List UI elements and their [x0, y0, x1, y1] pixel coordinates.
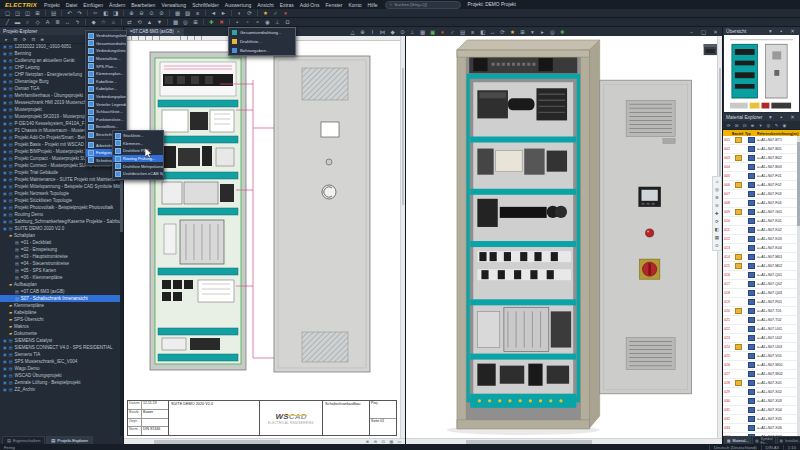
menu-einfgen[interactable]: Einfügen	[83, 2, 103, 8]
material-row[interactable]: 026=+A1+S07-W01	[723, 361, 797, 370]
material-row[interactable]: 022=+A1+S07-U01	[723, 325, 797, 334]
swap[interactable]: ⇄	[125, 18, 134, 26]
circle-dot-tool[interactable]: ⊙	[398, 28, 407, 36]
home-view-icon[interactable]: ⌂	[714, 178, 721, 185]
dimension[interactable]: ↔	[63, 18, 72, 26]
tree-item[interactable]: ▰SPS-Übersicht	[0, 316, 120, 323]
add-point[interactable]: ⊕	[358, 28, 367, 36]
material-row[interactable]: 005=+A1+S07-F01	[723, 172, 797, 181]
tree-item[interactable]: ▣▤Wago Demo	[0, 365, 120, 372]
tree-item[interactable]: ▣▤Zentrale Lüftung - Beispielprojekt	[0, 379, 120, 386]
material-row[interactable]: 009=+A1+S07-G01	[723, 208, 797, 217]
submenu-item[interactable]: Drahtliste Mehrpolansicht...	[113, 162, 163, 170]
bookmark[interactable]: ★	[508, 28, 517, 36]
overview-thumbnail[interactable]	[724, 35, 799, 112]
ground-symbol[interactable]: ⊥	[273, 18, 282, 26]
menu-extras[interactable]: Extras	[280, 2, 294, 8]
material-row[interactable]: 018=+A1+S07-Q03	[723, 289, 797, 298]
zoom-out-icon[interactable]: ⊖	[714, 202, 721, 209]
dropdown-item[interactable]: Gesamtverdrahtung...	[229, 28, 295, 37]
panel-layout[interactable]: ▦	[418, 28, 427, 36]
material-row[interactable]: 004=+A1+S07-B03	[723, 163, 797, 172]
material-row[interactable]: 003=+A1+S07-B02	[723, 154, 797, 163]
material-row[interactable]: 029=+A1+S07-X02	[723, 388, 797, 397]
tree-item[interactable]: ▣▤SIEMENS Catalyst	[0, 337, 120, 344]
panel-menu-icon[interactable]: ▾	[766, 27, 775, 35]
module-check[interactable]: ▣	[428, 28, 437, 36]
align-bottom[interactable]: ▼	[155, 18, 164, 26]
rotate-icon[interactable]: ⟳	[714, 218, 721, 225]
menu-schriftfelder[interactable]: Schriftfelder	[192, 2, 219, 8]
material-row[interactable]: 007=+A1+S07-F03	[723, 190, 797, 199]
tree-item[interactable]: ▤=03 - Hauptstromkreise	[0, 253, 120, 260]
report-list[interactable]: ▤	[458, 28, 467, 36]
fill-style[interactable]: ▪	[233, 18, 242, 26]
hatch[interactable]: ▩	[171, 18, 180, 26]
context-menu-item[interactable]: Gesamtverdrahtung...	[86, 40, 126, 48]
material-row[interactable]: 032=+A1+S07-X05	[723, 415, 797, 424]
measure[interactable]: ↔	[488, 28, 497, 36]
diamond-tool[interactable]: ◆	[388, 28, 397, 36]
tree-item[interactable]: ▣▤Projekt Photovoltaik - Beispielprojekt…	[0, 204, 120, 211]
close-icon[interactable]: ✕	[788, 113, 797, 121]
material-row[interactable]: 014=+A1+S07-M01	[723, 253, 797, 262]
context-menu-item[interactable]: Funktionsliste...	[86, 116, 126, 124]
zoom-fit[interactable]: ⊙	[147, 9, 156, 17]
tree-item[interactable]: ▣▤Projekt Trial Gebäude	[0, 169, 120, 176]
material-row[interactable]: 017=+A1+S07-Q02	[723, 280, 797, 289]
material-row[interactable]: 021=+A1+S07-T02	[723, 316, 797, 325]
context-menu-item[interactable]: Schlauchliste...	[86, 108, 126, 116]
beam-tool[interactable]: I	[368, 28, 377, 36]
menu-verwaltung[interactable]: Verwaltung	[161, 2, 186, 8]
submenu-item[interactable]: Drahtbrücken eCAB System...	[113, 170, 163, 178]
insert-table[interactable]: ≣	[53, 18, 62, 26]
tree-item[interactable]: ▰Dokumente	[0, 330, 120, 337]
align-top[interactable]: ▲	[145, 18, 154, 26]
dock-tab-symbolex[interactable]: ▤Symbol Ex...	[752, 436, 775, 444]
half-view[interactable]: ◧	[478, 28, 487, 36]
tree-item[interactable]: ▤=06 - Klemmenpläne	[0, 274, 120, 281]
view-list-icon[interactable]: ≣	[39, 36, 46, 43]
tree-item[interactable]: ▤=07.CAB 6M3 (axGB)	[0, 288, 120, 295]
tree-item[interactable]: ▰Makros	[0, 323, 120, 330]
tree-item[interactable]: ▣▤Projekt Netzwerk Topologie	[0, 190, 120, 197]
add-icon[interactable]: ⊞	[733, 122, 740, 129]
material-row[interactable]: 013=+A1+S07-K04	[723, 244, 797, 253]
add-element[interactable]: ✚	[207, 18, 216, 26]
context-menu-item[interactable]: Verdrahtungsliste...	[86, 32, 126, 40]
context-menu-item[interactable]: Kabelplan...	[86, 85, 126, 93]
refresh-icon[interactable]: ⟳	[725, 122, 732, 129]
context-menu-item[interactable]: Verbindungsplan...	[86, 93, 126, 101]
insert-grid[interactable]: ⊞	[191, 18, 200, 26]
menu-bearbeiten[interactable]: Bearbeiten	[131, 2, 155, 8]
material-row[interactable]: 019=+A1+S07-R01	[723, 298, 797, 307]
draw-rect[interactable]: ▬	[13, 18, 22, 26]
ring[interactable]: ◎	[181, 18, 190, 26]
zoom-previous[interactable]: ⊘	[157, 9, 166, 17]
tree-item[interactable]: ▤=01 - Deckblatt	[0, 239, 120, 246]
tree-item[interactable]: ▣▤Siemens TIA	[0, 351, 120, 358]
connection-line[interactable]: ϟ	[73, 18, 82, 26]
tree-item[interactable]: ▤=02 - Einspeisung	[0, 246, 120, 253]
pin-icon[interactable]: ▪	[777, 113, 786, 121]
zoom-in-icon[interactable]: ⊕	[714, 194, 721, 201]
insert-text[interactable]: A	[43, 18, 52, 26]
filter-icon[interactable]: ▾	[757, 122, 764, 129]
context-menu-item[interactable]: Verteiler Legende...	[86, 100, 126, 108]
check-project[interactable]: ✓	[271, 9, 280, 17]
cut[interactable]: ✂	[91, 9, 100, 17]
snap-toggle[interactable]: ▧	[183, 9, 192, 17]
menu-konto[interactable]: Konto	[349, 2, 362, 8]
previous-page[interactable]: ◄	[209, 9, 218, 17]
live-dot[interactable]: ●	[438, 28, 447, 36]
material-row[interactable]: 033=+A1+S07-X06	[723, 424, 797, 433]
menu-auswertung[interactable]: Auswertung	[225, 2, 251, 8]
context-menu-item[interactable]: Verbindungsliste...	[86, 47, 126, 55]
tree-item[interactable]: ▰Kabelpläne	[0, 309, 120, 316]
menu-ansicht[interactable]: Ansicht	[257, 2, 273, 8]
options-menu[interactable]: ≡	[468, 28, 477, 36]
validate[interactable]: ✓	[448, 28, 457, 36]
material-row[interactable]: 020=+A1+S07-T01	[723, 307, 797, 316]
material-row[interactable]: 010=+A1+S07-K01	[723, 217, 797, 226]
grid-icon[interactable]: ▦	[714, 234, 721, 241]
